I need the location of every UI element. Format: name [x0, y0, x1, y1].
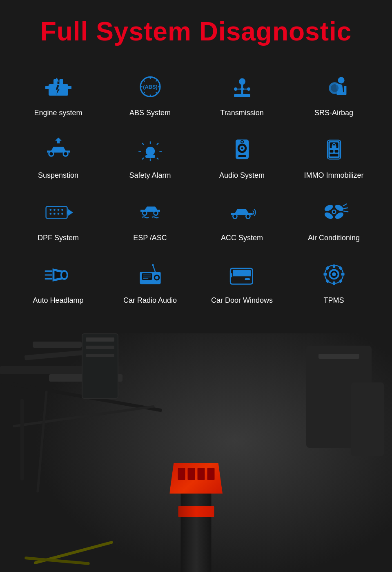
svg-point-59 [61, 209, 63, 211]
svg-text:(ABS): (ABS) [143, 84, 158, 90]
svg-point-62 [57, 213, 59, 215]
item-transmission: Transmission [196, 63, 288, 125]
svg-point-81 [333, 211, 335, 213]
item-esp-asc: ESP /ASC [104, 188, 196, 250]
svg-point-28 [49, 152, 53, 156]
svg-rect-100 [332, 282, 335, 285]
svg-rect-26 [344, 86, 346, 95]
auto-headlamp-icon [40, 259, 77, 291]
svg-line-39 [142, 158, 144, 159]
svg-line-78 [344, 208, 348, 209]
svg-point-58 [57, 209, 59, 211]
svg-line-12 [156, 80, 157, 82]
item-suspension: Suspenstion [12, 125, 104, 188]
svg-point-63 [61, 213, 63, 215]
svg-rect-51 [332, 145, 336, 149]
suspension-icon [40, 134, 77, 166]
audio-system-label: Audio System [219, 171, 265, 180]
srs-airbag-icon [316, 71, 352, 104]
svg-rect-105 [325, 279, 329, 283]
safety-alarm-label: Safety Alarm [129, 171, 171, 180]
item-acc-system: ACC System [196, 188, 288, 250]
svg-point-86 [62, 272, 66, 278]
svg-point-109 [332, 273, 336, 277]
item-immo-immobilizer: IMMO Immobilizer [288, 125, 380, 188]
item-safety-alarm: Safety Alarm [104, 125, 196, 188]
engine-system-label: Engine system [34, 109, 82, 117]
immo-immobilizer-icon [316, 134, 352, 166]
item-air-conditioning: Air Conditioning [288, 188, 380, 250]
item-car-radio-audio: Car Radio Audio [104, 250, 196, 313]
svg-rect-96 [245, 278, 250, 280]
svg-line-79 [344, 211, 348, 212]
svg-rect-55 [46, 207, 67, 219]
svg-point-57 [53, 209, 56, 211]
svg-point-65 [143, 212, 146, 214]
svg-rect-40 [145, 155, 155, 158]
srs-airbag-label: SRS-Airbag [314, 109, 353, 117]
abs-system-label: ABS System [129, 109, 171, 117]
safety-alarm-icon [132, 134, 169, 166]
item-tpms: TPMS [288, 250, 380, 313]
svg-point-60 [49, 213, 51, 215]
svg-line-37 [157, 158, 158, 159]
dpf-system-label: DPF System [38, 234, 79, 242]
item-audio-system: Audio System [196, 125, 288, 188]
svg-point-16 [239, 78, 245, 85]
svg-point-20 [247, 87, 250, 91]
suspension-label: Suspenstion [38, 171, 78, 180]
audio-system-icon [224, 134, 261, 166]
svg-rect-106 [338, 279, 342, 283]
svg-point-71 [246, 215, 249, 218]
engine-background [0, 333, 392, 572]
item-abs-system: (ABS) ABS System [104, 63, 196, 125]
car-door-windows-label: Car Door Windows [211, 296, 273, 305]
air-conditioning-icon [316, 196, 352, 229]
item-car-door-windows: Car Door Windows [196, 250, 288, 313]
svg-line-11 [156, 92, 157, 94]
air-conditioning-label: Air Conditioning [308, 234, 360, 242]
svg-line-10 [143, 80, 145, 82]
bottom-photo [0, 333, 392, 572]
svg-point-30 [64, 152, 67, 156]
svg-line-94 [153, 265, 155, 272]
svg-rect-1 [45, 86, 50, 89]
dpf-system-icon [40, 196, 77, 229]
item-engine-system: Engine system [12, 63, 104, 125]
svg-point-24 [331, 84, 339, 92]
svg-rect-2 [67, 86, 71, 89]
acc-system-label: ACC System [221, 234, 263, 242]
svg-rect-54 [330, 154, 338, 156]
svg-point-93 [155, 276, 158, 279]
svg-rect-102 [341, 273, 344, 275]
svg-line-77 [343, 204, 346, 206]
svg-point-95 [152, 264, 154, 266]
acc-system-icon [224, 196, 261, 229]
tpms-label: TPMS [323, 296, 344, 305]
svg-point-67 [154, 212, 157, 214]
svg-point-21 [241, 87, 244, 91]
svg-rect-97 [230, 273, 232, 277]
tpms-icon [316, 259, 352, 291]
svg-rect-52 [330, 150, 333, 152]
svg-point-56 [49, 209, 51, 211]
abs-system-icon: (ABS) [132, 71, 169, 104]
item-srs-airbag: SRS-Airbag [288, 63, 380, 125]
svg-rect-99 [332, 264, 335, 268]
car-radio-audio-icon [132, 259, 169, 291]
svg-point-61 [53, 213, 56, 215]
car-door-windows-icon [224, 259, 261, 291]
svg-point-46 [241, 141, 243, 143]
auto-headlamp-label: Auto Headlamp [33, 296, 83, 305]
page-title: Full System Disagnostic [12, 16, 380, 47]
svg-line-36 [142, 143, 144, 145]
top-section: Full System Disagnostic Engine system [0, 0, 392, 333]
svg-point-31 [145, 147, 154, 156]
svg-line-13 [143, 92, 145, 94]
immo-immobilizer-label: IMMO Immobilizer [304, 171, 363, 180]
item-dpf-system: DPF System [12, 188, 104, 250]
svg-point-19 [234, 87, 237, 91]
svg-point-22 [338, 77, 344, 83]
esp-asc-icon [132, 196, 169, 229]
svg-rect-47 [238, 155, 246, 157]
